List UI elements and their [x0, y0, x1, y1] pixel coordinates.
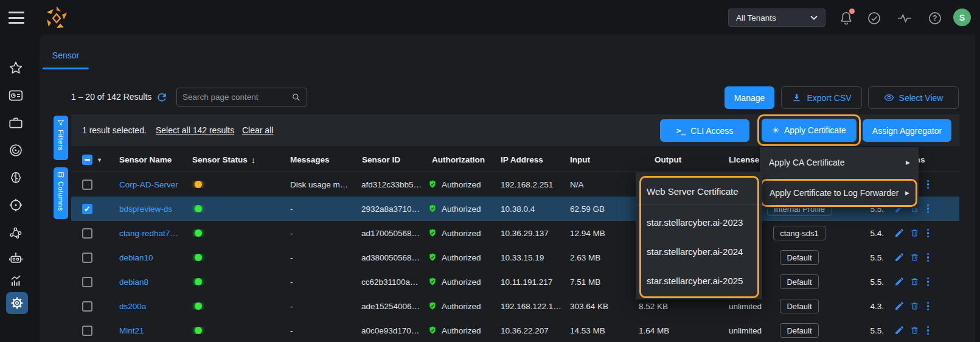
- submenu-item-cert-2023[interactable]: star.stellarcyber.ai-2023: [636, 208, 762, 237]
- more-actions-icon[interactable]: [925, 276, 931, 288]
- edit-pencil-icon[interactable]: [894, 228, 905, 238]
- version-cell: 4.3.: [833, 302, 891, 311]
- authorization-text: Authorized: [442, 253, 481, 262]
- robot-icon[interactable]: [8, 250, 26, 267]
- shield-icon: [428, 326, 437, 335]
- profile-chip: Default: [780, 323, 818, 338]
- shield-icon: [428, 180, 437, 189]
- select-view-button[interactable]: Select View: [868, 86, 959, 109]
- help-icon[interactable]: ?: [927, 10, 943, 26]
- edit-pencil-icon[interactable]: [894, 325, 905, 335]
- tasks-check-icon[interactable]: [866, 10, 882, 26]
- system-health-pulse-icon[interactable]: [897, 10, 912, 26]
- select-all-link[interactable]: Select all 142 results: [156, 125, 234, 135]
- page: All Tenants ? S: [0, 0, 980, 342]
- radar-icon[interactable]: [8, 142, 26, 159]
- sensor-id-cell: ade15254006…: [351, 302, 423, 311]
- tab-sensor[interactable]: Sensor: [43, 43, 89, 68]
- more-actions-icon[interactable]: [925, 179, 931, 190]
- table-row[interactable]: ds200a - ade15254006… Authorized 192.168…: [71, 294, 959, 318]
- assign-aggregator-button[interactable]: Assign Aggregator: [863, 119, 951, 142]
- row-checkbox[interactable]: [82, 253, 92, 263]
- col-sensor-status[interactable]: Sensor Status↓: [182, 155, 280, 165]
- table-row[interactable]: debian10 - ad380050568… Authorized 10.33…: [71, 245, 959, 270]
- delete-trash-icon[interactable]: [909, 228, 920, 238]
- menu-item-apply-ca-certificate[interactable]: Apply CA Certificate ▶: [760, 147, 919, 178]
- table-row[interactable]: ctang-redhat7… - ad170050568… Authorized…: [71, 221, 959, 245]
- sensor-status-dot: [195, 278, 202, 285]
- clear-all-link[interactable]: Clear all: [242, 125, 273, 135]
- submenu-item-cert-2025[interactable]: star.stellarcyber.ai-2025: [636, 266, 762, 295]
- license-cell: unlimited: [724, 326, 765, 335]
- settings-gear-icon[interactable]: [6, 292, 28, 314]
- edit-pencil-icon[interactable]: [894, 276, 905, 287]
- network-icon[interactable]: [8, 225, 26, 242]
- briefcase-icon[interactable]: [8, 115, 26, 132]
- ip-address-cell: 192.168.122.1…: [496, 302, 566, 311]
- delete-trash-icon[interactable]: [909, 325, 920, 335]
- tenant-selector[interactable]: All Tenants: [728, 9, 825, 27]
- stellar-cyber-logo-icon[interactable]: [44, 5, 69, 32]
- more-actions-icon[interactable]: [925, 325, 931, 337]
- menu-item-apply-certificate-to-log-forwarder[interactable]: Apply Certificate to Log Forwarder ▶: [762, 188, 916, 198]
- row-checkbox[interactable]: [82, 326, 92, 336]
- user-avatar[interactable]: S: [953, 9, 971, 26]
- delete-trash-icon[interactable]: [909, 301, 920, 311]
- row-checkbox[interactable]: [82, 228, 92, 239]
- col-messages[interactable]: Messages: [280, 155, 351, 164]
- more-actions-icon[interactable]: [925, 228, 931, 239]
- submenu-item-web-server-certificate[interactable]: Web Server Certificate: [636, 180, 762, 202]
- row-checkbox[interactable]: [82, 277, 92, 287]
- col-ip-address[interactable]: IP Address: [496, 155, 566, 164]
- sensor-name-link[interactable]: ctang-redhat7…: [119, 229, 178, 238]
- row-checkbox[interactable]: [82, 204, 92, 214]
- edit-pencil-icon[interactable]: [894, 301, 905, 311]
- col-output[interactable]: Output: [633, 155, 724, 164]
- svg-text:?: ?: [933, 14, 937, 23]
- chart-icon[interactable]: [8, 273, 26, 290]
- row-checkbox[interactable]: [82, 180, 92, 190]
- sensor-name-link[interactable]: bdspreview-ds: [119, 204, 172, 214]
- search-icon[interactable]: [291, 92, 301, 102]
- row-checkbox[interactable]: [82, 301, 92, 312]
- shield-icon: [428, 277, 437, 287]
- sensor-name-link[interactable]: Corp-AD-Server: [119, 180, 178, 189]
- search-input[interactable]: [182, 92, 291, 102]
- delete-trash-icon[interactable]: [909, 252, 920, 262]
- sensor-name-link[interactable]: ds200a: [119, 302, 146, 311]
- more-actions-icon[interactable]: [925, 203, 931, 215]
- export-csv-button[interactable]: Export CSV: [781, 86, 862, 109]
- refresh-icon[interactable]: [156, 91, 168, 103]
- edit-pencil-icon[interactable]: [894, 252, 905, 262]
- dashboard-icon[interactable]: [8, 88, 26, 105]
- select-all-checkbox[interactable]: [82, 155, 92, 165]
- col-sensor-id[interactable]: Sensor ID: [351, 155, 423, 164]
- shield-icon: [428, 301, 437, 311]
- delete-trash-icon[interactable]: [909, 276, 920, 287]
- notifications-bell-icon[interactable]: [838, 10, 854, 26]
- manage-button[interactable]: Manage: [725, 86, 774, 109]
- col-input[interactable]: Input: [566, 155, 633, 164]
- columns-tab[interactable]: Columns: [54, 167, 68, 219]
- profile-chip: Default: [780, 299, 818, 313]
- sensor-name-link[interactable]: debian8: [119, 277, 148, 287]
- col-authorization[interactable]: Authorization: [423, 155, 496, 164]
- more-actions-icon[interactable]: [925, 301, 931, 312]
- selection-caret-icon[interactable]: ▾: [98, 156, 101, 163]
- table-row[interactable]: debian8 - cc62b31100a… Authorized 10.11.…: [71, 270, 959, 294]
- target-icon[interactable]: [8, 197, 26, 214]
- more-actions-icon[interactable]: [925, 252, 931, 263]
- star-icon[interactable]: [8, 60, 26, 77]
- apply-certificate-button[interactable]: ✳ Apply Certificate: [762, 119, 857, 142]
- brain-icon[interactable]: [8, 170, 26, 187]
- sensor-name-link[interactable]: Mint21: [119, 326, 144, 335]
- col-license[interactable]: License: [724, 155, 765, 164]
- filters-tab[interactable]: Filters: [54, 116, 68, 160]
- table-row[interactable]: Mint21 - a0c0e93d170… Authorized 10.36.2…: [71, 318, 959, 342]
- hamburger-menu-icon[interactable]: [9, 12, 24, 24]
- sensor-name-link[interactable]: debian10: [119, 253, 153, 262]
- col-sensor-name[interactable]: Sensor Name: [109, 155, 182, 164]
- submenu-item-cert-2024[interactable]: star.stellarcyber.ai-2024: [636, 237, 762, 266]
- cli-access-button[interactable]: >_ CLI Access: [660, 119, 749, 142]
- tab-indicator: [43, 68, 89, 69]
